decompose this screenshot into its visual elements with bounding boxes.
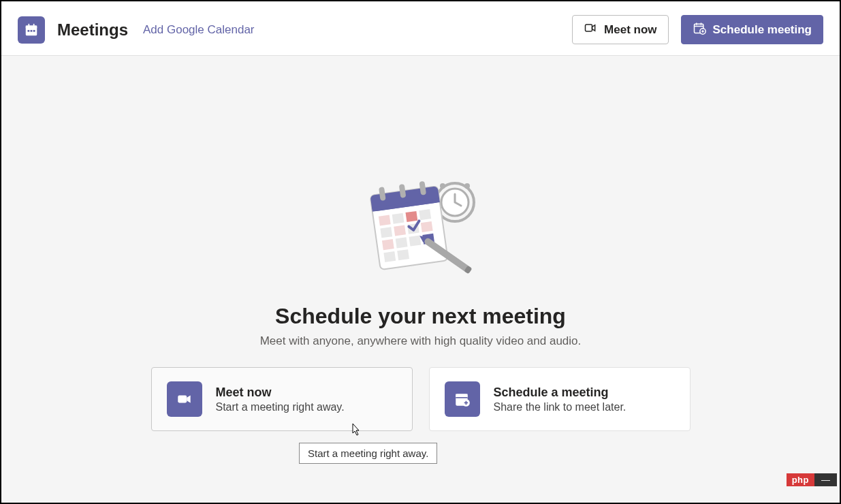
svg-rect-30 [409, 236, 421, 247]
calendar-clock-illustration [356, 172, 486, 283]
watermark-left: php [787, 473, 814, 486]
main-content: Schedule your next meeting Meet with any… [1, 56, 840, 504]
svg-rect-36 [178, 396, 187, 403]
schedule-meeting-card-icon [445, 381, 480, 417]
svg-rect-1 [26, 25, 37, 28]
meet-now-card[interactable]: Meet now Start a meeting right away. [151, 367, 413, 431]
svg-rect-6 [33, 23, 35, 27]
watermark: php — [787, 473, 837, 486]
calendar-plus-icon [693, 21, 706, 38]
hover-tooltip: Start a meeting right away. [299, 443, 437, 464]
meet-now-card-icon [167, 381, 202, 417]
meet-now-card-title: Meet now [216, 385, 345, 400]
svg-rect-28 [381, 239, 394, 250]
schedule-meeting-card-text: Schedule a meeting Share the link to mee… [494, 385, 626, 413]
video-icon [584, 21, 597, 38]
watermark-right: — [814, 473, 837, 486]
svg-rect-4 [33, 30, 35, 32]
svg-rect-21 [392, 213, 404, 224]
svg-point-12 [440, 183, 445, 189]
svg-point-13 [464, 183, 470, 189]
svg-rect-24 [380, 227, 392, 238]
header-bar: Meetings Add Google Calendar Meet now Sc… [1, 1, 840, 56]
meet-now-header-label: Meet now [604, 23, 656, 37]
schedule-meeting-card[interactable]: Schedule a meeting Share the link to mee… [429, 367, 691, 431]
main-heading: Schedule your next meeting [275, 304, 566, 329]
main-subtext: Meet with anyone, anywhere with high qua… [260, 334, 582, 348]
svg-rect-7 [586, 25, 592, 31]
schedule-meeting-header-button[interactable]: Schedule meeting [681, 15, 823, 44]
meet-now-header-button[interactable]: Meet now [572, 15, 668, 44]
svg-rect-32 [383, 251, 396, 262]
svg-rect-27 [420, 221, 432, 232]
meet-now-card-desc: Start a meeting right away. [216, 401, 345, 413]
svg-rect-38 [456, 394, 467, 397]
svg-rect-3 [31, 30, 33, 32]
svg-rect-29 [395, 237, 407, 248]
svg-rect-25 [394, 225, 406, 236]
svg-rect-33 [397, 249, 409, 260]
page-title: Meetings [57, 20, 128, 40]
meet-now-card-text: Meet now Start a meeting right away. [216, 385, 345, 413]
schedule-meeting-card-desc: Share the link to meet later. [494, 401, 626, 413]
action-cards-row: Meet now Start a meeting right away. Sch… [151, 367, 691, 431]
svg-rect-23 [419, 209, 431, 220]
svg-rect-5 [28, 23, 29, 27]
schedule-meeting-header-label: Schedule meeting [713, 23, 812, 37]
svg-rect-2 [28, 30, 30, 32]
svg-rect-20 [378, 215, 390, 225]
meetings-app-icon [18, 16, 45, 44]
schedule-meeting-card-title: Schedule a meeting [494, 385, 626, 400]
add-google-calendar-link[interactable]: Add Google Calendar [143, 23, 255, 37]
svg-rect-22 [405, 211, 417, 222]
